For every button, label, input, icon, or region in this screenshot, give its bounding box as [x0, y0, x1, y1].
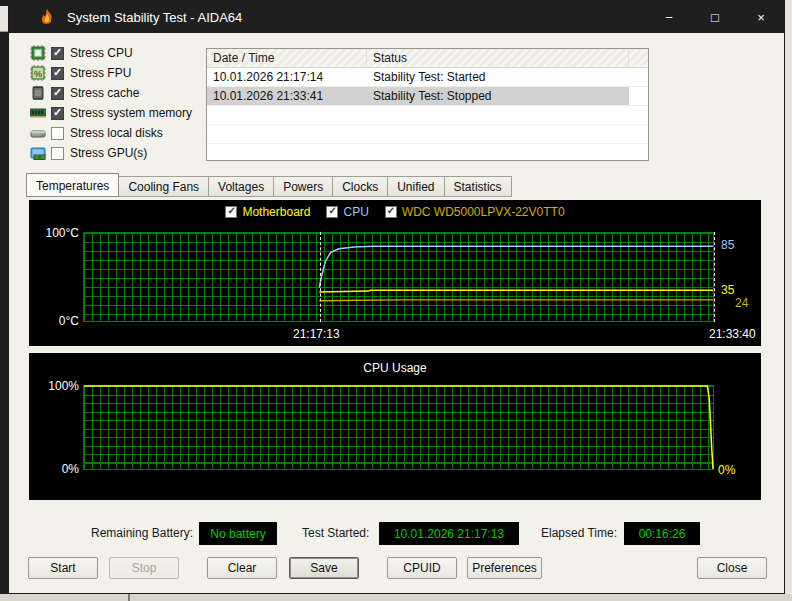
memory-icon — [29, 105, 46, 121]
stop-button: Stop — [109, 557, 179, 579]
tab-unified[interactable]: Unified — [388, 176, 444, 197]
stress-row-memory: Stress system memory — [29, 103, 192, 123]
log-datetime-cell: 10.01.2026 21:17:14 — [207, 68, 367, 86]
elapsed-time-label: Elapsed Time: — [541, 526, 617, 540]
tab-cooling-fans[interactable]: Cooling Fans — [119, 176, 209, 197]
log-table-header: Date / Time Status — [207, 49, 648, 68]
legend-motherboard-checkbox[interactable] — [225, 206, 237, 218]
stress-cache-label: Stress cache — [70, 86, 139, 100]
cpu-usage-title: CPU Usage — [29, 361, 761, 375]
column-header-datetime[interactable]: Date / Time — [207, 49, 367, 67]
log-datetime-cell: 10.01.2026 21:33:41 — [207, 87, 367, 105]
stress-disks-checkbox[interactable] — [51, 127, 64, 140]
clear-button[interactable]: Clear — [207, 557, 277, 579]
background-window-left-edge — [0, 0, 8, 601]
aida64-stability-test-window: System Stability Test - AIDA64 − □ × Str… — [8, 0, 785, 594]
start-button[interactable]: Start — [28, 557, 98, 579]
stress-cpu-checkbox[interactable] — [51, 47, 64, 60]
stress-fpu-checkbox[interactable] — [51, 67, 64, 80]
legend-wdc-checkbox[interactable] — [385, 206, 397, 218]
battery-label: Remaining Battery: — [91, 526, 193, 540]
stress-row-gpu: Stress GPU(s) — [29, 143, 192, 163]
test-started-label: Test Started: — [302, 526, 369, 540]
window-title: System Stability Test - AIDA64 — [67, 10, 242, 25]
cpu-current-value: 85 — [721, 238, 734, 252]
legend-motherboard-label: Motherboard — [242, 205, 310, 219]
stress-options-panel: Stress CPU % Stress FPU Stress cache — [29, 43, 192, 163]
stress-row-cpu: Stress CPU — [29, 43, 192, 63]
temp-axis-max-label: 100°C — [29, 226, 79, 240]
usage-series-line — [84, 386, 713, 469]
stress-row-cache: Stress cache — [29, 83, 192, 103]
disk-icon — [29, 125, 46, 141]
legend-item-cpu: CPU — [326, 205, 368, 219]
wdc-current-value: 24 — [735, 296, 748, 310]
preferences-button[interactable]: Preferences — [467, 557, 542, 579]
usage-current-value: 0% — [718, 463, 735, 477]
background-window-fragment — [0, 6, 8, 32]
stress-gpu-checkbox[interactable] — [51, 147, 64, 160]
tab-statistics[interactable]: Statistics — [445, 176, 512, 197]
test-end-marker — [714, 232, 715, 322]
fpu-icon: % — [29, 65, 46, 81]
legend-item-wdc: WDC WD5000LPVX-22V0TT0 — [385, 205, 565, 219]
stress-memory-checkbox[interactable] — [51, 107, 64, 120]
screenshot-root: System Stability Test - AIDA64 − □ × Str… — [0, 0, 792, 601]
desktop-bottom-strip — [0, 594, 792, 601]
usage-plot-grid — [83, 385, 714, 470]
maximize-icon[interactable]: □ — [692, 1, 738, 33]
table-row[interactable]: 10.01.2026 21:17:14 Stability Test: Star… — [207, 68, 648, 87]
table-row-empty — [207, 125, 648, 144]
tab-temperatures[interactable]: Temperatures — [26, 173, 119, 197]
aida64-flame-icon — [37, 7, 57, 27]
status-bar: Remaining Battery: No battery Test Start… — [9, 522, 784, 546]
stress-row-fpu: % Stress FPU — [29, 63, 192, 83]
log-status-cell: Stability Test: Stopped — [367, 87, 629, 105]
temperature-series-lines — [84, 233, 713, 321]
motherboard-current-value: 35 — [721, 283, 734, 297]
tab-powers[interactable]: Powers — [274, 176, 333, 197]
stress-gpu-label: Stress GPU(s) — [70, 146, 147, 160]
stress-cache-checkbox[interactable] — [51, 87, 64, 100]
table-row-empty — [207, 106, 648, 125]
cpu-usage-chart-panel: CPU Usage 100% 0% 0% — [29, 353, 761, 500]
table-row-empty — [207, 144, 648, 163]
tab-voltages[interactable]: Voltages — [209, 176, 274, 197]
legend-cpu-checkbox[interactable] — [326, 206, 338, 218]
table-row-selected[interactable]: 10.01.2026 21:33:41 Stability Test: Stop… — [207, 87, 648, 106]
close-button[interactable]: Close — [697, 557, 767, 579]
test-started-value-box: 10.01.2026 21:17:13 — [379, 522, 519, 545]
temp-start-time-label: 21:17:13 — [293, 327, 340, 341]
minimize-icon[interactable]: − — [646, 1, 692, 33]
legend-wdc-label: WDC WD5000LPVX-22V0TT0 — [402, 205, 565, 219]
column-header-spacer — [629, 49, 648, 67]
stress-disks-label: Stress local disks — [70, 126, 163, 140]
usage-axis-max-label: 100% — [29, 379, 79, 393]
log-status-cell: Stability Test: Started — [367, 68, 629, 86]
background-divider-line — [128, 594, 130, 601]
usage-axis-min-label: 0% — [29, 462, 79, 476]
window-controls: − □ × — [646, 1, 784, 33]
stress-row-disks: Stress local disks — [29, 123, 192, 143]
event-log-table: Date / Time Status 10.01.2026 21:17:14 S… — [206, 48, 649, 161]
tab-clocks[interactable]: Clocks — [333, 176, 388, 197]
column-header-status[interactable]: Status — [367, 49, 629, 67]
stress-fpu-label: Stress FPU — [70, 66, 131, 80]
svg-text:%: % — [33, 69, 41, 79]
cpuid-button[interactable]: CPUID — [387, 557, 457, 579]
close-icon[interactable]: × — [738, 1, 784, 33]
cache-icon — [29, 85, 46, 101]
legend-cpu-label: CPU — [343, 205, 368, 219]
stress-cpu-label: Stress CPU — [70, 46, 133, 60]
background-window-right-edge — [784, 0, 792, 601]
stress-memory-label: Stress system memory — [70, 106, 192, 120]
legend-item-motherboard: Motherboard — [225, 205, 310, 219]
battery-value-box: No battery — [199, 522, 277, 545]
cpu-icon — [29, 45, 46, 61]
temperature-legend: Motherboard CPU WDC WD5000LPVX-22V0TT0 — [29, 205, 761, 219]
temp-axis-min-label: 0°C — [29, 314, 79, 328]
tab-strip: Temperatures Cooling Fans Voltages Power… — [26, 173, 512, 197]
save-button[interactable]: Save — [289, 557, 359, 579]
titlebar: System Stability Test - AIDA64 − □ × — [9, 1, 784, 33]
elapsed-time-value-box: 00:16:26 — [624, 522, 700, 545]
